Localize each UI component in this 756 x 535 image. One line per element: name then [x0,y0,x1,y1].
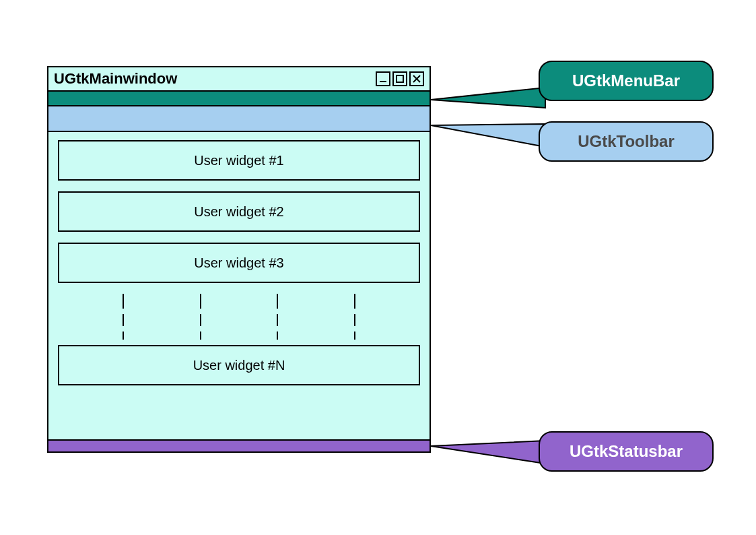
toolbar[interactable] [48,106,429,132]
close-button[interactable] [409,71,424,86]
window-buttons [376,71,424,86]
widget-label: User widget #1 [194,153,283,168]
callout-statusbar: UGtkStatusbar [539,431,714,472]
user-widget[interactable]: User widget #3 [58,243,420,283]
content-area: User widget #1 User widget #2 User widge… [48,132,429,385]
widget-label: User widget #3 [194,255,283,271]
mainwindow: UGtkMainwindow User widge [47,66,431,453]
callout-menubar: UGtkMenuBar [539,61,714,101]
svg-marker-4 [431,88,545,108]
user-widget[interactable]: User widget #2 [58,191,420,232]
menubar[interactable] [48,90,429,106]
callout-tail-menubar [431,88,545,115]
ellipsis-dashes [58,332,420,340]
callout-label: UGtkToolbar [578,132,675,151]
ellipsis-dashes [58,314,420,326]
callout-label: UGtkMenuBar [572,71,680,90]
diagram-canvas: UGtkMainwindow User widge [0,0,756,535]
callout-tail-statusbar [431,438,545,472]
user-widget[interactable]: User widget #1 [58,140,420,181]
statusbar[interactable] [48,439,429,451]
svg-marker-5 [431,124,545,147]
ellipsis-dashes [58,294,420,309]
widget-label: User widget #2 [194,204,283,220]
svg-marker-6 [431,441,545,464]
widget-label: User widget #N [193,358,285,373]
maximize-button[interactable] [392,71,407,86]
callout-tail-toolbar [431,120,545,154]
user-widget[interactable]: User widget #N [58,345,420,385]
window-title: UGtkMainwindow [54,70,376,88]
titlebar: UGtkMainwindow [48,67,429,90]
svg-rect-1 [397,75,403,82]
callout-toolbar: UGtkToolbar [539,121,714,162]
callout-label: UGtkStatusbar [570,442,683,461]
minimize-button[interactable] [376,71,390,86]
